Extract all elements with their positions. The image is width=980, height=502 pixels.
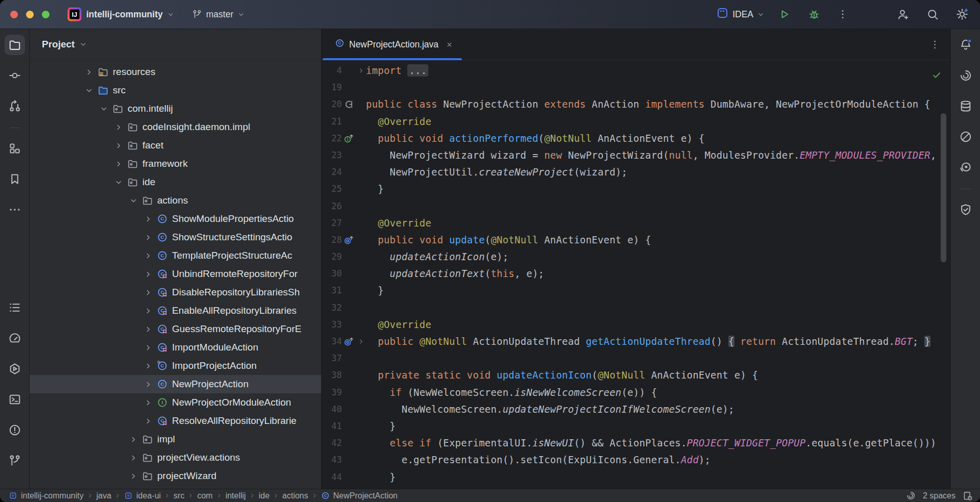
chevron-down-icon[interactable] xyxy=(114,178,123,187)
code-with-me-button[interactable] xyxy=(894,6,912,23)
tree-item-facet[interactable]: facet xyxy=(30,136,321,155)
tree-item-disablerepositorylibrariessh[interactable]: CDisableRepositoryLibrariesSh xyxy=(30,283,321,302)
chevron-right-icon[interactable] xyxy=(143,398,153,407)
endpoints-tool-button[interactable] xyxy=(955,157,976,178)
structure-tool-button[interactable] xyxy=(5,138,25,159)
tree-item-newprojectaction[interactable]: CNewProjectAction xyxy=(30,375,321,393)
bookmarks-tool-button[interactable] xyxy=(5,169,25,189)
tree-item-showmodulepropertiesactio[interactable]: CShowModulePropertiesActio xyxy=(30,210,321,228)
chevron-right-icon[interactable] xyxy=(129,454,138,462)
fold-chevron-icon[interactable] xyxy=(356,333,366,350)
ai-assistant-status-button[interactable] xyxy=(906,491,916,500)
inspections-ok-icon[interactable] xyxy=(929,67,944,83)
breadcrumb-item-intellij-community[interactable]: intellij-community xyxy=(7,491,85,500)
editor-tab-newprojectaction[interactable]: C NewProjectAction.java xyxy=(322,29,463,60)
overrides-method-icon[interactable] xyxy=(342,333,356,350)
chevron-right-icon[interactable] xyxy=(143,233,153,242)
breadcrumb-item-ide[interactable]: ide xyxy=(257,491,271,500)
tree-item-templateprojectstructureac[interactable]: CTemplateProjectStructureAc xyxy=(30,246,321,265)
chevron-down-icon[interactable] xyxy=(84,86,93,95)
tree-item-unbindremoterepositoryfor[interactable]: CUnbindRemoteRepositoryFor xyxy=(30,265,321,283)
close-window-button[interactable] xyxy=(10,11,18,18)
notifications-tool-button[interactable] xyxy=(955,35,976,55)
tree-item-resolveallrepositorylibrarie[interactable]: CResolveAllRepositoryLibrarie xyxy=(30,412,321,430)
version-control-tool-button[interactable] xyxy=(5,450,25,471)
breadcrumb-item-java[interactable]: java xyxy=(95,491,113,500)
chevron-right-icon[interactable] xyxy=(143,288,153,297)
breadcrumb-item-actions[interactable]: actions xyxy=(281,491,310,500)
tree-item-impl[interactable]: impl xyxy=(30,430,321,448)
services-tool-button[interactable] xyxy=(5,359,25,379)
project-tool-button[interactable] xyxy=(5,35,25,55)
breadcrumb-item-intellij[interactable]: intellij xyxy=(224,491,248,500)
more-tools-tool-button[interactable] xyxy=(5,199,25,220)
tree-item-actions[interactable]: actions xyxy=(30,191,321,210)
run-button[interactable] xyxy=(776,6,793,23)
run-configuration-widget[interactable]: IDEA xyxy=(712,4,769,25)
breadcrumb-item-src[interactable]: src xyxy=(172,491,186,500)
database-tool-button[interactable] xyxy=(955,96,976,116)
tree-item-showstructuresettingsactio[interactable]: CShowStructureSettingsActio xyxy=(30,228,321,246)
chevron-right-icon[interactable] xyxy=(143,252,153,260)
branch-switcher[interactable]: master xyxy=(188,6,249,23)
fold-chevron-icon[interactable] xyxy=(356,62,366,79)
zoom-window-button[interactable] xyxy=(42,11,50,18)
trust-tool-button[interactable] xyxy=(955,199,976,220)
todo-tool-button[interactable] xyxy=(5,297,25,318)
chevron-right-icon[interactable] xyxy=(84,68,93,77)
ai-assistant-tool-button[interactable] xyxy=(955,65,976,86)
tree-item-src[interactable]: src xyxy=(30,81,321,99)
close-tab-icon[interactable] xyxy=(445,40,454,49)
chevron-down-icon[interactable] xyxy=(129,196,138,205)
tree-item-projectwizard[interactable]: projectWizard xyxy=(30,467,321,485)
debug-button[interactable] xyxy=(805,6,823,23)
editor-options-button[interactable] xyxy=(926,36,943,53)
minimize-window-button[interactable] xyxy=(26,11,34,18)
project-panel-header[interactable]: Project xyxy=(30,29,321,60)
chevron-right-icon[interactable] xyxy=(114,123,123,132)
chevron-right-icon[interactable] xyxy=(143,307,153,315)
more-actions-button[interactable] xyxy=(834,6,851,23)
tree-item-importmoduleaction[interactable]: CImportModuleAction xyxy=(30,338,321,357)
breadcrumb-item-com[interactable]: com xyxy=(195,491,214,500)
breadcrumb-item-newprojectaction[interactable]: CNewProjectAction xyxy=(320,491,399,500)
chevron-right-icon[interactable] xyxy=(143,215,153,223)
chevron-right-icon[interactable] xyxy=(143,362,153,370)
settings-button[interactable] xyxy=(953,6,971,23)
pull-requests-tool-button[interactable] xyxy=(5,96,25,116)
chevron-right-icon[interactable] xyxy=(129,472,138,481)
chevron-right-icon[interactable] xyxy=(143,325,153,334)
chevron-right-icon[interactable] xyxy=(129,435,138,444)
chevron-right-icon[interactable] xyxy=(114,160,123,168)
overrides-interface-icon[interactable]: I xyxy=(342,130,356,147)
tree-item-newprojectormoduleaction[interactable]: INewProjectOrModuleAction xyxy=(30,393,321,412)
tree-item-com-intellij[interactable]: com.intellij xyxy=(30,99,321,118)
tree-item-resources[interactable]: resources xyxy=(30,63,321,81)
search-everywhere-button[interactable] xyxy=(924,6,941,23)
project-switcher[interactable]: intellij-community xyxy=(82,6,179,23)
editor-config-button[interactable] xyxy=(963,491,973,501)
indent-widget[interactable]: 2 spaces xyxy=(923,491,955,500)
problems-tool-button[interactable] xyxy=(5,420,25,440)
tree-item-framework[interactable]: framework xyxy=(30,155,321,173)
chevron-right-icon[interactable] xyxy=(143,270,153,279)
tree-item-importprojectaction[interactable]: CImportProjectAction xyxy=(30,357,321,375)
chevron-right-icon[interactable] xyxy=(114,141,123,150)
terminal-tool-button[interactable] xyxy=(5,389,25,410)
implemented-marker-icon[interactable] xyxy=(342,96,356,113)
tree-item-codeinsight-daemon-impl[interactable]: codeInsight.daemon.impl xyxy=(30,118,321,136)
chevron-right-icon[interactable] xyxy=(143,417,153,425)
overrides-method-icon[interactable] xyxy=(342,232,356,248)
chevron-right-icon[interactable] xyxy=(143,380,153,389)
breadcrumb-item-idea-ui[interactable]: idea-ui xyxy=(122,491,162,500)
profiler-tool-button[interactable] xyxy=(5,328,25,348)
tree-item-ide[interactable]: ide xyxy=(30,173,321,191)
tree-item-projectview-actions[interactable]: projectView.actions xyxy=(30,448,321,467)
tree-item-enableallrepositorylibraries[interactable]: CEnableAllRepositoryLibraries xyxy=(30,302,321,320)
chevron-down-icon[interactable] xyxy=(99,105,108,113)
tree-item-guessremoterepositoryfore[interactable]: CGuessRemoteRepositoryForE xyxy=(30,320,321,338)
no-entry-tool-button[interactable] xyxy=(955,127,976,147)
chevron-right-icon[interactable] xyxy=(143,343,153,352)
editor-scrollbar[interactable] xyxy=(941,113,946,262)
commit-tool-button[interactable] xyxy=(5,65,25,86)
